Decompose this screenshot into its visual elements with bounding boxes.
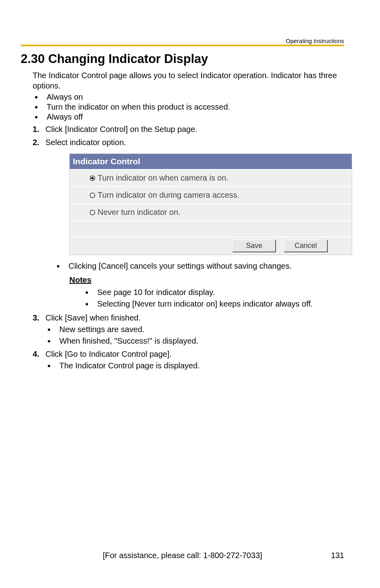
option-item: Always on xyxy=(43,92,344,102)
running-head: Operating Instructions xyxy=(286,37,344,44)
page-title: 2.30 Changing Indicator Display xyxy=(21,52,344,66)
step-sub-item: The Indicator Control page is displayed. xyxy=(55,360,344,371)
step-text: Select indicator option. xyxy=(45,138,126,147)
radio-icon xyxy=(90,175,95,181)
note-item: Selecting [Never turn indicator on] keep… xyxy=(93,299,344,309)
indicator-control-panel: Indicator Control Turn indicator on when… xyxy=(69,153,352,255)
step-number: 1. xyxy=(33,124,39,135)
step-sub-item: When finished, "Success!" is displayed. xyxy=(55,336,344,346)
radio-option-on-when-camera-on[interactable]: Turn indicator on when camera is on. xyxy=(70,170,352,187)
step-number: 2. xyxy=(33,137,39,148)
radio-label: Turn indicator on when camera is on. xyxy=(98,173,228,183)
cancel-note: Clicking [Cancel] cancels your settings … xyxy=(65,261,344,271)
step-number: 4. xyxy=(33,349,39,360)
save-button[interactable]: Save xyxy=(232,240,276,252)
step-text: Click [Save] when finished. xyxy=(45,313,141,322)
panel-title: Indicator Control xyxy=(70,154,352,170)
radio-icon xyxy=(90,193,95,198)
step-4: 4. Click [Go to Indicator Control page].… xyxy=(33,349,344,371)
page-footer: [For assistance, please call: 1-800-272-… xyxy=(21,551,344,560)
notes-heading: Notes xyxy=(69,275,344,285)
step-1: 1. Click [Indicator Control] on the Setu… xyxy=(33,124,344,135)
page-number: 131 xyxy=(320,551,344,560)
radio-label: Never turn indicator on. xyxy=(98,207,180,218)
intro-paragraph: The Indicator Control page allows you to… xyxy=(33,70,344,91)
step-number: 3. xyxy=(33,313,39,323)
radio-label: Turn indicator on during camera access. xyxy=(98,190,239,201)
header-rule xyxy=(21,45,344,46)
cancel-button[interactable]: Cancel xyxy=(284,240,328,252)
radio-option-on-during-access[interactable]: Turn indicator on during camera access. xyxy=(70,187,352,204)
options-list: Always on Turn the indicator on when thi… xyxy=(43,92,344,122)
radio-option-never-on[interactable]: Never turn indicator on. xyxy=(70,204,352,221)
panel-spacer xyxy=(70,221,352,237)
notes-list: See page 10 for indicator display. Selec… xyxy=(93,287,344,309)
step-sub-item: New settings are saved. xyxy=(55,324,344,335)
step-3: 3. Click [Save] when finished. New setti… xyxy=(33,313,344,346)
panel-button-row: Save Cancel xyxy=(70,237,352,254)
option-item: Always off xyxy=(43,112,344,122)
step-text: Click [Go to Indicator Control page]. xyxy=(45,350,172,358)
radio-icon xyxy=(90,210,95,215)
note-item: See page 10 for indicator display. xyxy=(93,287,344,298)
assistance-line: [For assistance, please call: 1-800-272-… xyxy=(45,551,320,560)
step-2: 2. Select indicator option. Indicator Co… xyxy=(33,137,344,309)
option-item: Turn the indicator on when this product … xyxy=(43,102,344,112)
step-text: Click [Indicator Control] on the Setup p… xyxy=(45,125,197,134)
